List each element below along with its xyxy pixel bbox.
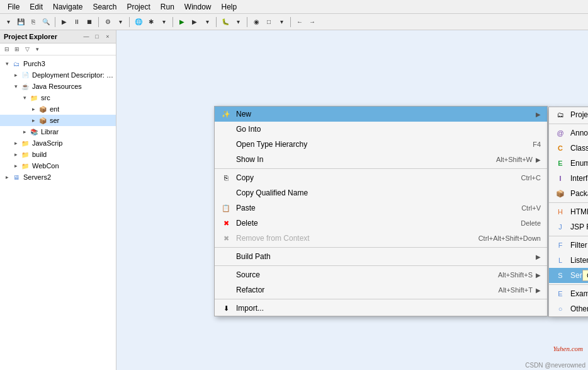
ctx-refactor-icon xyxy=(221,285,231,295)
tree-item-javascript[interactable]: ▸ 📁 JavaScrip xyxy=(0,137,116,149)
toggle-java-resources[interactable]: ▾ xyxy=(11,82,20,91)
menu-search[interactable]: Search xyxy=(88,1,122,13)
toolbar-btn-14[interactable]: 🐛 xyxy=(220,16,231,28)
tree-item-ent[interactable]: ▸ 📦 ent xyxy=(0,103,116,115)
tree-item-src[interactable]: ▾ 📁 src xyxy=(0,92,116,103)
toolbar-btn-2[interactable]: 💾 xyxy=(15,16,26,28)
sub-interface[interactable]: I Interface xyxy=(549,171,588,186)
menu-window[interactable]: Window xyxy=(179,1,217,13)
toolbar-btn-run2[interactable]: ▶ xyxy=(189,16,200,28)
tree-item-libraries[interactable]: ▸ 📚 Librar xyxy=(0,126,116,137)
tree-item-ser[interactable]: ▸ 📦 ser xyxy=(0,115,116,126)
sub-project[interactable]: 🗂 Project... xyxy=(549,107,588,122)
toggle-libraries[interactable]: ▸ xyxy=(20,127,29,136)
toggle-build[interactable]: ▸ xyxy=(11,150,20,159)
toolbar-btn-20[interactable]: → xyxy=(307,16,318,28)
toolbar-btn-run[interactable]: ▶ xyxy=(176,16,188,28)
label-javascript: JavaScrip xyxy=(32,139,62,147)
ctx-copy-icon: ⎘ xyxy=(221,173,231,183)
tree-item-servers2[interactable]: ▸ 🖥 Servers2 xyxy=(0,171,116,183)
toolbar-btn-11[interactable]: ✱ xyxy=(145,16,157,28)
ctx-new[interactable]: ✨ New ▶ 🗂 Project... @ Annotation xyxy=(215,107,547,122)
toolbar-btn-5[interactable]: ▶ xyxy=(59,16,70,28)
toggle-src[interactable]: ▾ xyxy=(20,93,29,102)
sub-annotation[interactable]: @ Annotation xyxy=(549,125,588,141)
menu-navigate[interactable]: Navigate xyxy=(48,1,88,13)
sub-sep-2 xyxy=(549,202,588,203)
filter-btn[interactable]: ▽ xyxy=(23,45,31,54)
toolbar-btn-4[interactable]: 🔍 xyxy=(40,16,52,28)
toolbar-btn-8[interactable]: ⚙ xyxy=(102,16,113,28)
toolbar-btn-6[interactable]: ⏸ xyxy=(71,16,82,28)
ctx-source[interactable]: Source Alt+Shift+S ▶ xyxy=(215,267,547,282)
icon-webcontent: 📁 xyxy=(20,161,30,171)
toggle-deployment[interactable]: ▸ xyxy=(11,71,20,79)
menu-project[interactable]: Project xyxy=(122,1,155,13)
toolbar-btn-9[interactable]: ▾ xyxy=(115,16,126,28)
ctx-showin[interactable]: Show In Alt+Shift+W ▶ xyxy=(215,152,547,167)
toolbar-btn-3[interactable]: ⎘ xyxy=(28,16,39,28)
sub-class[interactable]: C Class xyxy=(549,141,588,156)
sub-html[interactable]: H HTML File xyxy=(549,204,588,219)
toolbar-btn-15[interactable]: ▾ xyxy=(232,16,244,28)
sub-package-label: Package xyxy=(570,189,588,198)
toggle-purch3[interactable]: ▾ xyxy=(3,59,11,68)
toolbar-btn-13[interactable]: ▾ xyxy=(201,16,213,28)
sub-jsp[interactable]: J JSP File xyxy=(549,219,588,234)
toolbar-btn-12[interactable]: ▾ xyxy=(158,16,169,28)
ctx-copyqn[interactable]: Copy Qualified Name xyxy=(215,185,547,200)
tree-item-deployment[interactable]: ▸ 📄 Deployment Descriptor: Purch3 xyxy=(0,69,116,81)
toolbar-btn-7[interactable]: ⏹ xyxy=(84,16,95,28)
sub-filter[interactable]: F Filter xyxy=(549,238,588,253)
sub-other[interactable]: ○ Other... Ctrl+N xyxy=(549,301,588,316)
panel-close-btn[interactable]: × xyxy=(103,32,112,41)
sub-example[interactable]: E Exampl xyxy=(549,286,588,301)
toolbar-btn-17[interactable]: □ xyxy=(263,16,274,28)
toggle-javascript[interactable]: ▸ xyxy=(11,139,20,147)
toolbar-btn-19[interactable]: ← xyxy=(294,16,305,28)
ctx-typehier[interactable]: Open Type Hierarchy F4 xyxy=(215,137,547,152)
icon-deployment: 📄 xyxy=(20,70,30,80)
toggle-webcontent[interactable]: ▸ xyxy=(11,161,20,170)
panel-header: Project Explorer — □ × xyxy=(0,30,116,43)
menu-edit[interactable]: Edit xyxy=(25,1,48,13)
ctx-import[interactable]: ⬇ Import... xyxy=(215,301,547,316)
label-java-resources: Java Resources xyxy=(32,83,82,90)
tree-item-webcontent[interactable]: ▸ 📁 WebCon xyxy=(0,160,116,171)
collapse-all-btn[interactable]: ⊟ xyxy=(3,45,11,54)
toolbar-btn-18[interactable]: ▾ xyxy=(276,16,287,28)
toggle-servers2[interactable]: ▸ xyxy=(3,173,11,182)
sub-interface-icon: I xyxy=(555,173,565,183)
link-editor-btn[interactable]: ⊞ xyxy=(13,45,21,54)
ctx-delete[interactable]: ✖ Delete Delete xyxy=(215,216,547,231)
ctx-paste[interactable]: 📋 Paste Ctrl+V xyxy=(215,200,547,216)
menu-file[interactable]: File xyxy=(3,1,25,13)
view-menu-btn[interactable]: ▾ xyxy=(33,45,42,54)
toggle-ser[interactable]: ▸ xyxy=(29,116,38,125)
tree-item-purch3[interactable]: ▾ 🗂 Purch3 xyxy=(0,58,116,69)
ctx-typehier-shortcut: F4 xyxy=(533,141,541,148)
ctx-copy[interactable]: ⎘ Copy Ctrl+C xyxy=(215,170,547,185)
toolbar-sep-1 xyxy=(55,17,55,27)
sub-package[interactable]: 📦 Package xyxy=(549,186,588,201)
ctx-sep-4 xyxy=(215,299,547,299)
menu-help[interactable]: Help xyxy=(217,1,242,13)
panel-maximize-btn[interactable]: □ xyxy=(93,32,101,41)
sub-enum[interactable]: E Enum xyxy=(549,156,588,171)
toolbar-btn-1[interactable]: ▾ xyxy=(3,16,14,28)
ctx-gointo[interactable]: Go Into xyxy=(215,122,547,137)
panel-minimize-btn[interactable]: — xyxy=(82,32,91,41)
ctx-refactor-label: Refactor xyxy=(236,286,486,294)
ctx-copyqn-icon xyxy=(221,188,231,198)
tree-item-build[interactable]: ▸ 📁 build xyxy=(0,149,116,160)
sub-listener[interactable]: L Listener xyxy=(549,253,588,268)
toolbar-btn-16[interactable]: ◉ xyxy=(251,16,262,28)
toolbar-btn-10[interactable]: 🌐 xyxy=(133,16,144,28)
icon-src: 📁 xyxy=(29,93,39,103)
toggle-ent[interactable]: ▸ xyxy=(29,105,38,113)
tree-item-java-resources[interactable]: ▾ ☕ Java Resources xyxy=(0,81,116,92)
icon-project-purch3: 🗂 xyxy=(11,59,21,69)
ctx-refactor[interactable]: Refactor Alt+Shift+T ▶ xyxy=(215,282,547,298)
ctx-buildpath[interactable]: Build Path ▶ xyxy=(215,249,547,264)
menu-run[interactable]: Run xyxy=(155,1,179,13)
